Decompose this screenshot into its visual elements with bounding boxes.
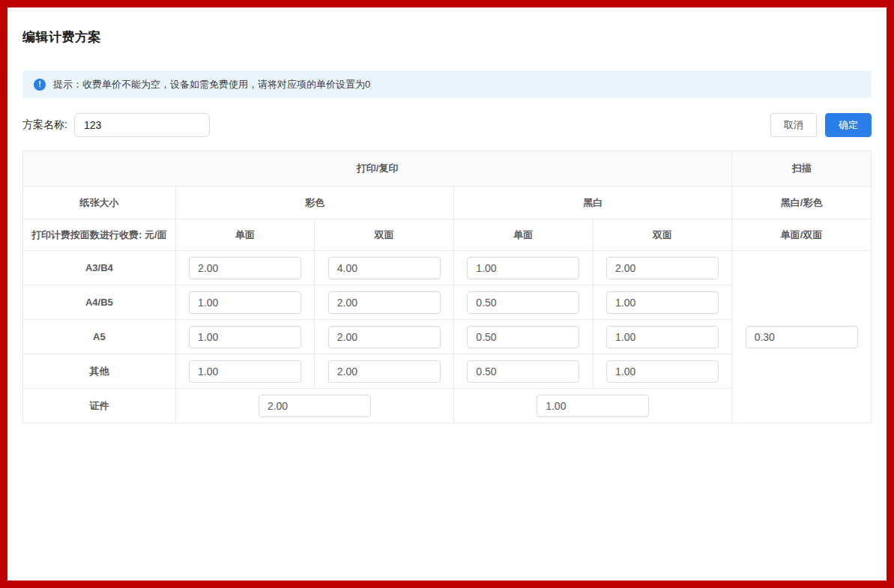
a3b4-color-single-input[interactable] bbox=[189, 257, 301, 279]
row-label-a5: A5 bbox=[23, 320, 176, 354]
info-icon: ! bbox=[34, 79, 46, 91]
sub-header-color: 彩色 bbox=[175, 187, 453, 219]
notice-text: 提示：收费单价不能为空，设备如需免费使用，请将对应项的单价设置为0 bbox=[53, 78, 370, 91]
billing-note: 打印计费按面数进行收费: 元/面 bbox=[23, 219, 176, 251]
unit-header-bw-double: 双面 bbox=[593, 219, 732, 251]
a4b5-bw-single-input[interactable] bbox=[467, 291, 579, 314]
a5-bw-double-input[interactable] bbox=[606, 326, 719, 348]
other-color-single-input[interactable] bbox=[189, 360, 301, 383]
sub-header-paper-size: 纸张大小 bbox=[23, 187, 176, 219]
row-label-a4b5: A4/B5 bbox=[23, 285, 176, 320]
id-card-bw-cell bbox=[454, 389, 732, 423]
id-card-color-input[interactable] bbox=[259, 395, 371, 417]
table-group-header-row: 打印/复印 扫描 bbox=[23, 151, 872, 187]
page-title: 编辑计费方案 bbox=[22, 28, 872, 46]
unit-header-bw-single: 单面 bbox=[454, 219, 594, 251]
edit-billing-plan-page: 编辑计费方案 ! 提示：收费单价不能为空，设备如需免费使用，请将对应项的单价设置… bbox=[7, 28, 887, 423]
cancel-button[interactable]: 取消 bbox=[770, 113, 817, 137]
plan-name-input[interactable] bbox=[74, 113, 210, 137]
sub-header-bw-color: 黑白/彩色 bbox=[732, 187, 872, 219]
notice-banner: ! 提示：收费单价不能为空，设备如需免费使用，请将对应项的单价设置为0 bbox=[22, 70, 872, 98]
confirm-button[interactable]: 确定 bbox=[825, 113, 872, 137]
unit-header-color-single: 单面 bbox=[175, 219, 315, 251]
scan-price-cell bbox=[732, 251, 872, 423]
plan-name-label: 方案名称: bbox=[22, 118, 67, 132]
a4b5-color-single-input[interactable] bbox=[189, 291, 301, 314]
row-label-id-card: 证件 bbox=[23, 389, 176, 423]
a5-bw-single-input[interactable] bbox=[467, 326, 579, 348]
scan-price-input[interactable] bbox=[746, 326, 858, 348]
id-card-bw-input[interactable] bbox=[537, 395, 649, 417]
id-card-color-cell bbox=[175, 389, 453, 423]
a5-color-single-input[interactable] bbox=[189, 326, 301, 348]
table-sub-header-row: 纸张大小 彩色 黑白 黑白/彩色 bbox=[23, 187, 872, 219]
group-header-scan: 扫描 bbox=[732, 151, 872, 187]
a3b4-color-double-input[interactable] bbox=[328, 257, 441, 279]
a4b5-color-double-input[interactable] bbox=[328, 291, 441, 314]
group-header-print-copy: 打印/复印 bbox=[23, 151, 732, 187]
row-label-a3b4: A3/B4 bbox=[23, 251, 176, 285]
table-unit-header-row: 打印计费按面数进行收费: 元/面 单面 双面 单面 双面 单面/双面 bbox=[23, 219, 872, 251]
a3b4-bw-single-input[interactable] bbox=[467, 257, 579, 279]
plan-name-row: 方案名称: 取消 确定 bbox=[22, 113, 872, 137]
other-color-double-input[interactable] bbox=[328, 360, 441, 383]
other-bw-single-input[interactable] bbox=[467, 360, 579, 383]
unit-header-color-double: 双面 bbox=[315, 219, 454, 251]
other-bw-double-input[interactable] bbox=[606, 360, 719, 383]
a4b5-bw-double-input[interactable] bbox=[606, 291, 719, 314]
price-table: 打印/复印 扫描 纸张大小 彩色 黑白 黑白/彩色 打印计费按面数进行收费: 元… bbox=[22, 151, 872, 423]
unit-header-scan-single-double: 单面/双面 bbox=[732, 219, 872, 251]
sub-header-bw: 黑白 bbox=[454, 187, 732, 219]
table-row-a3b4: A3/B4 bbox=[23, 251, 872, 285]
a3b4-bw-double-input[interactable] bbox=[606, 257, 719, 279]
a5-color-double-input[interactable] bbox=[328, 326, 441, 348]
row-label-other: 其他 bbox=[23, 354, 176, 389]
